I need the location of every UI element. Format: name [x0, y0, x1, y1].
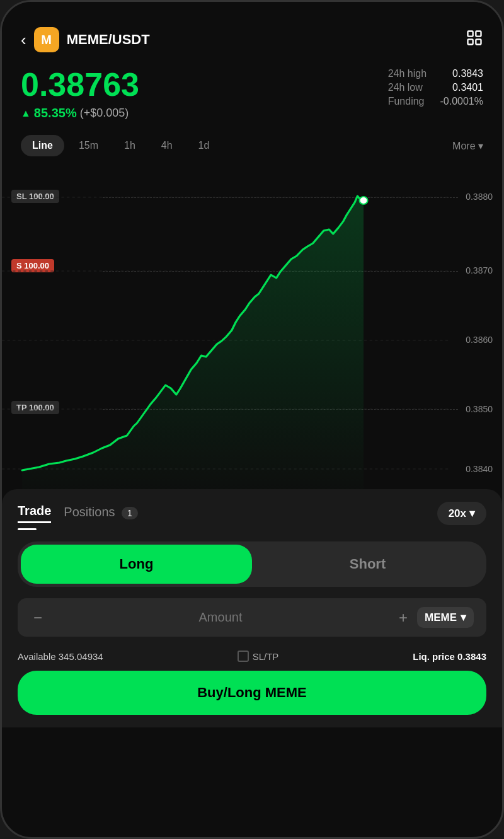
svg-rect-2	[468, 39, 473, 44]
svg-rect-0	[468, 32, 473, 37]
liq-label: Liq. price	[413, 651, 455, 662]
leverage-selector[interactable]: 20x ▾	[437, 502, 486, 525]
trade-tab-group: Trade Positions 1	[18, 504, 138, 523]
tab-trade[interactable]: Trade	[18, 504, 51, 523]
stat-funding: Funding -0.0001%	[388, 96, 483, 107]
stat-low: 24h low 0.3401	[388, 82, 483, 93]
tab-4h[interactable]: 4h	[150, 135, 184, 156]
coin-icon: M	[34, 27, 59, 52]
leverage-value: 20x	[449, 507, 466, 520]
phone-frame: ‹ M MEME/USDT 0.38763 ▲ 85.35% (+$0.005)	[0, 0, 504, 839]
header-left: ‹ M MEME/USDT	[21, 27, 150, 52]
high-label: 24h high	[388, 68, 427, 79]
svg-point-10	[360, 197, 368, 204]
header: ‹ M MEME/USDT	[2, 2, 502, 62]
tab-line[interactable]: Line	[21, 135, 64, 156]
tab-1h[interactable]: 1h	[113, 135, 147, 156]
long-short-toggle: Long Short	[18, 541, 486, 587]
stat-high: 24h high 0.3843	[388, 68, 483, 79]
funding-value: -0.0001%	[440, 96, 484, 107]
chart-container: SL 100.00 S 100.00 TP 100.00 0.3880 0.38…	[2, 161, 502, 489]
available-value: 345.04934	[59, 651, 103, 662]
sltp-checkbox[interactable]	[238, 651, 249, 662]
amount-input[interactable]	[52, 610, 389, 625]
tab-more[interactable]: More ▾	[452, 140, 483, 152]
price-stats: 24h high 0.3843 24h low 0.3401 Funding -…	[388, 68, 483, 107]
trade-tabs: Trade Positions 1 20x ▾	[18, 502, 486, 525]
buy-long-button[interactable]: Buy/Long MEME	[18, 671, 486, 715]
back-button[interactable]: ‹	[21, 30, 26, 50]
pair-title: MEME/USDT	[67, 32, 150, 48]
sltp-checkbox-group: SL/TP	[238, 651, 279, 662]
settings-icon[interactable]	[466, 29, 483, 50]
coin-select-label: MEME	[425, 611, 457, 624]
change-abs: (+$0.005)	[80, 107, 129, 120]
low-label: 24h low	[388, 82, 423, 93]
coin-select-button[interactable]: MEME ▾	[417, 607, 474, 628]
low-value: 0.3401	[452, 82, 483, 93]
long-button[interactable]: Long	[21, 545, 252, 584]
info-row: Available 345.04934 SL/TP Liq. price 0.3…	[18, 645, 486, 671]
price-left: 0.38763 ▲ 85.35% (+$0.005)	[21, 68, 139, 120]
tab-15m[interactable]: 15m	[67, 135, 110, 156]
available-label: Available	[18, 651, 56, 662]
tab-indicator	[18, 528, 37, 530]
amount-decrease-button[interactable]: −	[30, 609, 45, 627]
svg-rect-1	[476, 32, 481, 37]
coin-select-chevron-icon: ▾	[461, 611, 466, 624]
leverage-chevron-icon: ▾	[469, 507, 475, 520]
high-value: 0.3843	[452, 68, 483, 79]
tab-positions[interactable]: Positions 1	[64, 505, 138, 523]
price-section: 0.38763 ▲ 85.35% (+$0.005) 24h high 0.38…	[2, 62, 502, 130]
svg-rect-3	[476, 39, 481, 44]
svg-marker-9	[22, 196, 364, 489]
available-balance: Available 345.04934	[18, 651, 103, 662]
amount-row: − + MEME ▾	[18, 598, 486, 637]
amount-increase-button[interactable]: +	[396, 609, 411, 627]
short-button[interactable]: Short	[252, 545, 483, 584]
chart-tabs: Line 15m 1h 4h 1d More ▾	[2, 130, 502, 161]
funding-label: Funding	[388, 96, 425, 107]
trade-panel: Trade Positions 1 20x ▾ Long Short − + M…	[2, 489, 502, 727]
positions-badge: 1	[122, 507, 138, 519]
chart-svg	[2, 161, 502, 489]
liq-price-info: Liq. price 0.3843	[413, 651, 486, 662]
tab-1d[interactable]: 1d	[187, 135, 221, 156]
sltp-label: SL/TP	[253, 651, 279, 662]
price-change: ▲ 85.35% (+$0.005)	[21, 106, 139, 120]
current-price: 0.38763	[21, 68, 139, 101]
liq-value: 0.3843	[457, 651, 486, 662]
change-pct: 85.35%	[34, 106, 77, 120]
change-arrow-icon: ▲	[21, 108, 31, 119]
